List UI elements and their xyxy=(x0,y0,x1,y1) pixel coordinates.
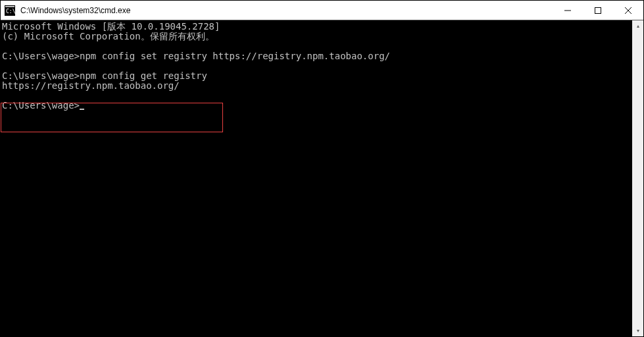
terminal-line: https://registry.npm.taobao.org/ xyxy=(2,81,632,91)
terminal-line: C:\Users\wage>npm config get registry xyxy=(2,71,632,81)
terminal-line xyxy=(2,61,632,71)
svg-text:C:\: C:\ xyxy=(6,9,15,14)
window-title: C:\Windows\system32\cmd.exe xyxy=(19,6,553,15)
window-controls xyxy=(553,1,643,20)
cmd-icon: C:\ xyxy=(5,5,15,16)
vertical-scrollbar[interactable]: ▴ ▾ xyxy=(632,20,643,336)
terminal-line: Microsoft Windows [版本 10.0.19045.2728] xyxy=(2,22,632,32)
terminal-line xyxy=(2,41,632,51)
terminal-line: C:\Users\wage> xyxy=(2,101,632,111)
window-titlebar[interactable]: C:\ C:\Windows\system32\cmd.exe xyxy=(1,1,643,20)
chevron-up-icon: ▴ xyxy=(637,23,639,29)
minimize-button[interactable] xyxy=(553,1,583,20)
chevron-down-icon: ▾ xyxy=(637,328,639,334)
terminal-line: (c) Microsoft Corporation。保留所有权利。 xyxy=(2,32,632,41)
scroll-up-button[interactable]: ▴ xyxy=(632,20,643,32)
svg-rect-4 xyxy=(595,7,601,13)
svg-rect-1 xyxy=(5,6,14,7)
close-button[interactable] xyxy=(613,1,643,20)
text-cursor xyxy=(80,109,84,110)
terminal-line xyxy=(2,91,632,101)
terminal-output[interactable]: Microsoft Windows [版本 10.0.19045.2728](c… xyxy=(1,20,632,336)
scroll-down-button[interactable]: ▾ xyxy=(632,325,643,336)
terminal-line: C:\Users\wage>npm config set registry ht… xyxy=(2,51,632,61)
maximize-button[interactable] xyxy=(583,1,613,20)
